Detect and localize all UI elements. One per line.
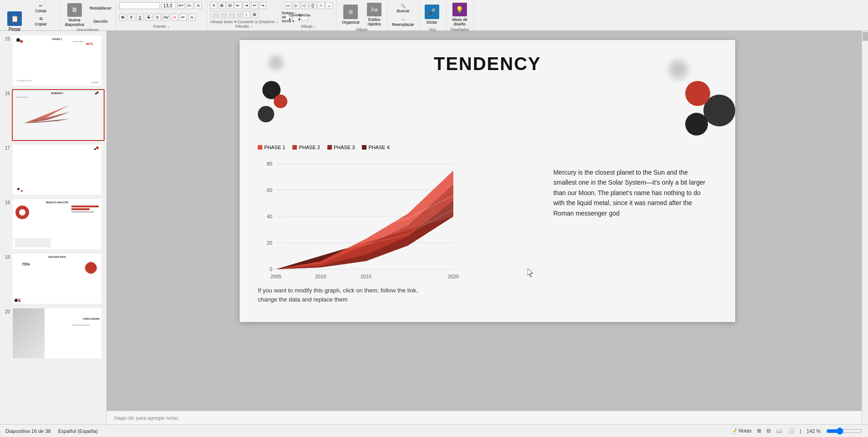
spacing-button[interactable]: AV: [162, 14, 170, 21]
estilos-label: Estilosrápidos: [367, 17, 381, 26]
organizar-button[interactable]: ⧉ Organizar: [339, 2, 363, 27]
ideas-label: Ideas dediseño: [452, 17, 468, 26]
reset-button[interactable]: Restablecer: [88, 2, 113, 15]
paste-button[interactable]: 📋 Pegar: [5, 9, 25, 34]
canvas-area: TENDENCY: [107, 31, 868, 424]
voz-group: 🎤 Dictar Voz: [419, 1, 447, 30]
svg-text:20: 20: [267, 240, 272, 246]
font-size-input[interactable]: [161, 2, 176, 9]
section-button[interactable]: Sección: [88, 15, 113, 28]
shape4[interactable]: {}: [309, 2, 316, 9]
parrafo-label: Párrafo: [236, 24, 249, 29]
notes-btn[interactable]: 📝 Notas: [731, 428, 752, 434]
dibujo-group: ▭ ▷ ◇ {} ☆ ⌄ Relleno de forma ▾ Contorno…: [282, 1, 336, 30]
svg-text:80: 80: [267, 161, 272, 166]
list-num-button[interactable]: ⊞: [218, 2, 226, 9]
font-color-button[interactable]: A: [171, 14, 178, 21]
slide-thumb-20[interactable]: 20 CONCLUSIONS Mercury is the closest pl…: [2, 307, 105, 359]
highlight-button[interactable]: ✏: [180, 14, 187, 21]
indent-less-button[interactable]: ⇤: [235, 2, 242, 9]
align-left-button[interactable]: ⬜: [210, 11, 217, 18]
ideas-button[interactable]: 💡 Ideas dediseño: [449, 2, 471, 27]
molecule-right: [662, 67, 735, 149]
ribbon: 📋 Pegar ✂ Cortar ⧉ Copiar 🖌 Copiar forma…: [0, 0, 868, 31]
ltr-button[interactable]: ↪: [259, 2, 266, 9]
legend-phase1: PHASE 1: [258, 145, 285, 150]
new-slide-label: Nuevadiapositiva: [65, 18, 85, 27]
clear-format-button[interactable]: A: [195, 2, 202, 9]
cut-button[interactable]: ✂ Cortar: [25, 2, 56, 15]
dibujo-label: Dibujo: [301, 24, 313, 29]
slide-thumb-15[interactable]: 15 PHASE 1 80% SUCCESS RATE SECONDARY EF…: [2, 35, 105, 86]
shape5[interactable]: ☆: [317, 2, 325, 9]
zoom-level: |: [800, 428, 801, 434]
legend-phase3: PHASE 3: [327, 145, 355, 150]
shape2[interactable]: ▷: [293, 2, 300, 9]
slide-thumb-19[interactable]: 19 SUCCESS RATE 75% 97%: [2, 253, 105, 305]
align-center-button[interactable]: ⬜: [218, 11, 226, 18]
indent-more-button[interactable]: ⇥: [243, 2, 250, 9]
align-justify-button[interactable]: ⬜: [235, 11, 242, 18]
scroll-thumb[interactable]: [863, 32, 868, 41]
fuente-label: Fuente: [153, 24, 166, 29]
language-status: Español (España): [58, 428, 98, 434]
list-bullet-button[interactable]: ≡: [210, 2, 217, 9]
disenador-group: 💡 Ideas dediseño Diseñador: [447, 1, 474, 30]
shadow-button[interactable]: S: [154, 14, 161, 21]
slide-panel: 15 PHASE 1 80% SUCCESS RATE SECONDARY EF…: [0, 31, 107, 424]
molecule-left: [253, 81, 294, 126]
effects-button[interactable]: Efectos ▾: [301, 14, 308, 21]
slide-thumb-16[interactable]: 16 TENDENCY ■P1 ■P2 ■P3 ■P4: [2, 89, 105, 141]
view-normal[interactable]: ⊞: [757, 428, 761, 434]
zoom-slider[interactable]: [826, 427, 863, 435]
shape3[interactable]: ◇: [301, 2, 308, 9]
fuente-group: A+ A- A N K S S̶ S AV A ✏ A Fuente ⌄: [116, 1, 207, 30]
description-text: Mercury is the closest planet to the Sun…: [553, 167, 708, 218]
alinear-label: Alinear texto ▾: [210, 20, 236, 24]
reemplazar-button[interactable]: ↔ Reemplazar: [390, 15, 416, 28]
organizar-label: Organizar: [342, 20, 360, 25]
slide-info: Diapositiva 16 de 38: [5, 428, 51, 434]
buscar-button[interactable]: 🔍 Buscar: [395, 2, 411, 15]
right-scrollbar[interactable]: [862, 31, 868, 424]
align-right-button[interactable]: ⬜: [226, 11, 234, 18]
font-name-input[interactable]: [119, 2, 160, 9]
view-slide-sorter[interactable]: ⊟: [767, 428, 771, 434]
dictar-button[interactable]: 🎤 Dictar: [422, 2, 442, 27]
line-spacing-button[interactable]: ↕: [243, 11, 250, 18]
view-reading[interactable]: 📖: [776, 428, 783, 434]
notes-bar[interactable]: Haga clic para agregar notas: [107, 411, 862, 424]
new-slide-button[interactable]: 🖼 Nuevadiapositiva: [62, 2, 87, 28]
bold-button[interactable]: N: [119, 14, 126, 21]
slide-title: TENDENCY: [434, 54, 541, 74]
parrafo-group: ≡ ⊞ ⊟ ⇤ ⇥ ↩ ↪ ⬜ ⬜ ⬜ ⬜ ↕ ⊞ Alinear texto …: [207, 1, 282, 30]
copy-button[interactable]: ⧉ Copiar: [25, 15, 56, 28]
legend-phase2: PHASE 2: [292, 145, 320, 150]
diapositivas-group: 🖼 Nuevadiapositiva Restablecer Sección D…: [60, 1, 117, 30]
svg-text:2015: 2015: [361, 274, 371, 279]
italic-button[interactable]: K: [128, 14, 135, 21]
dictar-label: Dictar: [426, 20, 437, 25]
caption-text: If you want to modify this graph, click …: [258, 286, 476, 304]
rtl-button[interactable]: ↩: [251, 2, 258, 9]
view-presenter[interactable]: ⬜: [788, 428, 794, 434]
columns-button[interactable]: ⊞: [251, 11, 258, 18]
shape1[interactable]: ▭: [285, 2, 292, 9]
estilos-button[interactable]: Aa Estilosrápidos: [364, 2, 384, 27]
convertir-label: Convertir a SmartArt: [237, 20, 275, 24]
status-bar: Diapositiva 16 de 38 Español (España) 📝 …: [0, 424, 868, 437]
slide-thumb-18[interactable]: 18 RESULTS ANALYSIS: [2, 198, 105, 250]
decrease-font-button[interactable]: A-: [186, 2, 193, 9]
svg-text:60: 60: [267, 187, 272, 193]
underline-button[interactable]: S: [136, 14, 144, 21]
col-button[interactable]: ⊟: [226, 2, 234, 9]
chart-container: PHASE 1 PHASE 2 PHASE 3 PHASE 4: [258, 145, 476, 293]
organizar-group: ⧉ Organizar Aa Estilosrápidos Dibujo: [336, 1, 388, 30]
increase-font-button[interactable]: A+: [177, 2, 185, 9]
strikethrough-button[interactable]: S̶: [145, 14, 152, 21]
font-color2-button[interactable]: A: [188, 14, 196, 21]
more-shapes-button[interactable]: ⌄: [326, 2, 333, 9]
legend-phase4: PHASE 4: [362, 145, 389, 150]
slide-thumb-17[interactable]: 17: [2, 144, 105, 196]
main-layout: 15 PHASE 1 80% SUCCESS RATE SECONDARY EF…: [0, 31, 868, 424]
